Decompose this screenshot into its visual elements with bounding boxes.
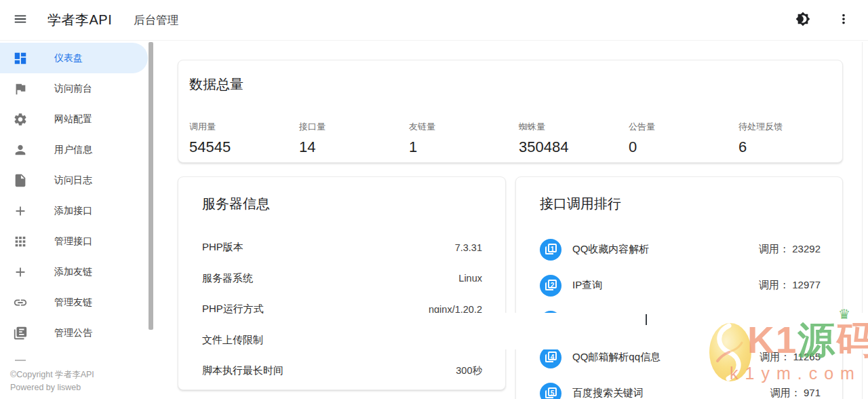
call-prefix: 调用： (770, 387, 801, 398)
stat-label: 调用量 (189, 121, 299, 133)
sidebar-item-user-info[interactable]: 用户信息 (0, 134, 148, 165)
copyright-text: ©Copyright 学者李API (10, 368, 155, 381)
flag-icon (12, 81, 28, 97)
rank-number: 2 (548, 280, 557, 288)
sidebar-item-label: 添加接口 (54, 205, 92, 217)
call-count: 调用： 11265 (760, 351, 821, 364)
api-name: IP查询 (572, 279, 602, 292)
sidebar-item-label: 用户信息 (54, 144, 92, 156)
call-count: 调用： 23292 (759, 243, 821, 256)
sidebar-scrollbar-thumb[interactable] (149, 42, 153, 330)
stat-call-count: 调用量 54545 (189, 121, 299, 156)
stat-spider-count: 蜘蛛量 350484 (519, 121, 629, 156)
card-title: 接口调用排行 (540, 195, 821, 213)
api-call-ranking-card: 接口调用排行 1 QQ收藏内容解析 调用： 23292 (515, 176, 843, 399)
filter-4-icon: 4 (540, 347, 561, 368)
call-value: 11265 (793, 351, 821, 362)
sidebar-item-label: 仪表盘 (54, 52, 83, 64)
redaction-overlay (420, 313, 868, 349)
server-row-max-exec-time: 脚本执行最长时间 300秒 (202, 356, 482, 387)
call-count: 调用： 971 (770, 387, 821, 399)
sidebar-item-manage-friend-link[interactable]: 管理友链 (0, 287, 148, 318)
call-value: 12977 (792, 279, 821, 290)
stat-label: 蜘蛛量 (519, 121, 629, 133)
rank-number: 4 (548, 352, 557, 360)
sidebar-item-label: 管理友链 (54, 297, 92, 309)
sidebar-item-add-friend-link[interactable]: 添加友链 (0, 256, 148, 287)
kebab-menu-icon (836, 12, 851, 28)
stat-value: 54545 (189, 138, 299, 156)
filter-1-icon: 1 (540, 239, 561, 261)
person-icon (12, 142, 28, 158)
ranking-row-2: 2 IP查询 调用： 12977 (540, 267, 821, 303)
top-toolbar: 学者李API 后台管理 (0, 0, 868, 41)
library-books-icon (12, 325, 28, 341)
sidebar-item-label: 网站配置 (54, 113, 92, 126)
stat-label: 友链量 (409, 121, 519, 133)
stat-friend-link-count: 友链量 1 (409, 121, 519, 156)
row-label: 服务器系统 (202, 272, 253, 285)
dark-mode-toggle-button[interactable] (793, 11, 812, 30)
filter-2-icon: 2 (540, 275, 561, 297)
server-info-card: 服务器信息 PHP版本 7.3.31 服务器系统 Linux PHP运行方式 n (178, 176, 506, 390)
app-title: 学者李API (47, 11, 112, 29)
plus-icon (12, 203, 28, 219)
stat-api-count: 接口量 14 (299, 121, 409, 156)
stat-pending-feedback-count: 待处理反馈 6 (738, 121, 848, 156)
row-value: 7.3.31 (455, 242, 482, 253)
more-options-button[interactable] (834, 11, 853, 30)
brightness-icon (795, 12, 810, 28)
server-info-list: PHP版本 7.3.31 服务器系统 Linux PHP运行方式 nginx/1… (202, 232, 482, 387)
sidebar-item-manage-announcement[interactable]: 管理公告 (0, 318, 148, 348)
stat-value: 350484 (519, 138, 629, 156)
sidebar-item-manage-api[interactable]: 管理接口 (0, 226, 148, 256)
section-title: 后台管理 (134, 13, 178, 28)
stat-value: 1 (409, 138, 519, 156)
sidebar-item-site-config[interactable]: 网站配置 (0, 104, 148, 134)
sidebar-nav: 仪表盘 访问前台 网站配置 (0, 41, 155, 348)
card-title: 服务器信息 (202, 195, 482, 213)
call-value: 971 (804, 387, 821, 398)
ranking-row-5: 5 百度搜索关键词 调用： 971 (540, 375, 821, 399)
sidebar-item-visit-log[interactable]: 访问日志 (0, 165, 148, 195)
row-label: 文件上传限制 (202, 334, 263, 347)
sidebar-item-label: 添加友链 (54, 266, 92, 278)
row-label: PHP版本 (202, 241, 243, 254)
gear-icon (12, 111, 28, 128)
ranking-row-1: 1 QQ收藏内容解析 调用： 23292 (540, 231, 821, 267)
sidebar-item-add-api[interactable]: 添加接口 (0, 195, 148, 226)
row-label: 脚本执行最长时间 (202, 364, 283, 377)
rank-number: 5 (548, 387, 557, 396)
server-row-php-version: PHP版本 7.3.31 (202, 232, 482, 263)
sidebar-item-label: 访问前台 (54, 83, 92, 95)
api-name: QQ收藏内容解析 (572, 243, 649, 256)
link-icon (12, 294, 28, 311)
sidebar: 仪表盘 访问前台 网站配置 (0, 41, 155, 399)
stat-label: 接口量 (299, 121, 409, 133)
hamburger-menu-icon (13, 12, 28, 28)
call-count: 调用： 12977 (759, 279, 821, 292)
document-icon (12, 172, 28, 189)
sidebar-footer: ©Copyright 学者李API Powered by lisweb (0, 368, 155, 394)
filter-5-icon: 5 (540, 383, 561, 399)
data-totals-card: 数据总量 调用量 54545 接口量 14 友链量 1 蜘蛛 (178, 60, 843, 163)
sidebar-footer-divider (15, 360, 26, 361)
hamburger-menu-button[interactable] (11, 11, 30, 30)
call-value: 23292 (792, 243, 821, 254)
stat-label: 公告量 (629, 121, 738, 133)
row-value: 300秒 (456, 364, 482, 377)
row-value: Linux (458, 273, 482, 284)
stats-row: 调用量 54545 接口量 14 友链量 1 蜘蛛量 350484 (189, 121, 831, 156)
api-name: 百度搜索关键词 (572, 387, 644, 399)
plus-icon (12, 264, 28, 280)
stat-label: 待处理反馈 (738, 121, 848, 133)
sidebar-item-visit-frontend[interactable]: 访问前台 (0, 73, 148, 104)
stat-announcement-count: 公告量 0 (629, 121, 738, 156)
card-title: 数据总量 (189, 75, 831, 94)
stat-value: 14 (299, 138, 409, 156)
stat-value: 6 (738, 138, 848, 156)
stat-value: 0 (629, 138, 738, 156)
sidebar-item-label: 管理接口 (54, 235, 92, 248)
sidebar-item-dashboard[interactable]: 仪表盘 (0, 43, 148, 73)
call-prefix: 调用： (760, 351, 790, 362)
